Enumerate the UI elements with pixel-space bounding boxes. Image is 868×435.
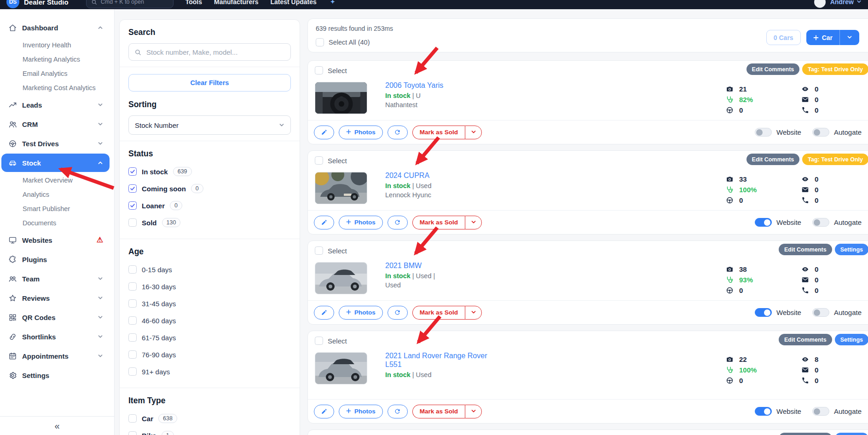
autogate-toggle[interactable]	[812, 407, 829, 416]
sidebar-item-test-drives[interactable]: Test Drives	[1, 134, 110, 153]
sidebar-item-settings[interactable]: Settings	[1, 366, 110, 384]
clear-filters-button[interactable]: Clear Filters	[128, 74, 291, 92]
checkbox[interactable]	[128, 299, 137, 308]
checkbox[interactable]	[128, 333, 137, 342]
refresh-button[interactable]	[388, 405, 408, 418]
listing-title-link[interactable]: 2006 Toyota Yaris	[385, 81, 602, 90]
edit-button[interactable]	[314, 216, 334, 229]
badge-tag-test-drive-only[interactable]: Tag: Test Drive Only	[802, 154, 868, 165]
refresh-button[interactable]	[388, 306, 408, 320]
age-filter-0-15-days[interactable]: 0-15 days	[128, 263, 291, 276]
sidebar-subitem-documents[interactable]: Documents	[0, 216, 114, 230]
checkbox[interactable]	[128, 184, 137, 193]
app-logo-text[interactable]: Dealer Studio	[24, 0, 69, 6]
refresh-button[interactable]	[388, 216, 408, 229]
age-filter-31-45-days[interactable]: 31-45 days	[128, 297, 291, 310]
listing-title-link[interactable]: 2024 CUPRA	[385, 171, 602, 180]
checkbox[interactable]	[128, 414, 137, 423]
edit-button[interactable]	[314, 126, 334, 139]
age-filter-16-30-days[interactable]: 16-30 days	[128, 280, 291, 293]
autogate-toggle[interactable]	[812, 128, 829, 137]
mark-as-sold-button[interactable]: Mark as Sold	[412, 405, 465, 418]
status-filter-sold[interactable]: Sold130	[128, 216, 291, 229]
badge-edit-comments[interactable]: Edit Comments	[779, 433, 832, 435]
badge-settings[interactable]: Settings	[835, 433, 868, 435]
checkbox[interactable]	[128, 431, 137, 435]
badge-settings[interactable]: Settings	[835, 334, 868, 345]
checkbox[interactable]	[128, 167, 137, 176]
select-all-checkbox[interactable]	[316, 38, 324, 46]
listing-title-link[interactable]: 2021 BMW	[385, 261, 602, 270]
add-photos-button[interactable]: Photos	[339, 306, 383, 320]
website-toggle[interactable]	[755, 218, 772, 227]
mark-sold-dropdown-button[interactable]	[465, 216, 482, 229]
website-toggle[interactable]	[755, 308, 772, 317]
listing-select-control[interactable]: Select	[315, 66, 347, 74]
status-filter-in-stock[interactable]: In stock639	[128, 165, 291, 178]
select-all-control[interactable]: Select All (40)	[316, 38, 370, 46]
sidebar-item-appointments[interactable]: Appointments	[1, 347, 110, 365]
sidebar-item-team[interactable]: Team	[1, 269, 110, 288]
status-filter-coming-soon[interactable]: Coming soon0	[128, 182, 291, 195]
car-thumbnail[interactable]	[315, 262, 367, 294]
badge-edit-comments[interactable]: Edit Comments	[779, 244, 832, 255]
listing-select-checkbox[interactable]	[315, 246, 323, 255]
badge-settings[interactable]: Settings	[835, 244, 868, 255]
checkbox[interactable]	[128, 282, 137, 291]
mark-sold-dropdown-button[interactable]	[465, 405, 482, 418]
stock-search-input[interactable]	[145, 48, 285, 57]
checkbox[interactable]	[128, 350, 137, 359]
top-nav-link-latest-updates[interactable]: Latest Updates	[270, 0, 316, 6]
autogate-toggle[interactable]	[812, 218, 829, 227]
badge-edit-comments[interactable]: Edit Comments	[746, 154, 800, 165]
sidebar-subitem-marketing-analytics[interactable]: Marketing Analytics	[0, 52, 114, 66]
mark-sold-dropdown-button[interactable]	[465, 126, 482, 139]
sidebar-subitem-analytics[interactable]: Analytics	[0, 187, 114, 201]
sidebar-subitem-email-analytics[interactable]: Email Analytics	[0, 66, 114, 80]
sidebar-item-stock[interactable]: Stock	[1, 154, 110, 172]
listing-select-checkbox[interactable]	[315, 66, 323, 74]
sidebar-item-crm[interactable]: CRM	[1, 115, 110, 133]
car-thumbnail[interactable]	[315, 172, 367, 204]
listing-title-link[interactable]: 2021 Land Rover Range Rover L551	[385, 351, 602, 369]
add-car-dropdown-button[interactable]	[839, 30, 859, 45]
add-photos-button[interactable]: Photos	[339, 405, 383, 418]
add-photos-button[interactable]: Photos	[339, 216, 383, 229]
autogate-toggle[interactable]	[812, 308, 829, 317]
global-search-input[interactable]: Cmd + K to open	[86, 0, 174, 8]
sorting-select[interactable]: Stock Number	[128, 115, 291, 135]
sidebar-item-websites[interactable]: Websites⚠	[1, 231, 110, 249]
car-thumbnail[interactable]	[315, 352, 367, 384]
user-avatar[interactable]	[814, 0, 826, 8]
sidebar-subitem-inventory-health[interactable]: Inventory Health	[0, 38, 114, 52]
age-filter-46-60-days[interactable]: 46-60 days	[128, 314, 291, 327]
item-type-filter-car[interactable]: Car638	[128, 412, 291, 425]
checkbox[interactable]	[128, 367, 137, 376]
age-filter-61-75-days[interactable]: 61-75 days	[128, 331, 291, 344]
listing-select-checkbox[interactable]	[315, 156, 323, 165]
website-toggle[interactable]	[755, 407, 772, 416]
sidebar-item-reviews[interactable]: Reviews	[1, 289, 110, 307]
listing-select-checkbox[interactable]	[315, 337, 323, 345]
sidebar-subitem-smart-publisher[interactable]: Smart Publisher	[0, 201, 114, 216]
mark-as-sold-button[interactable]: Mark as Sold	[412, 306, 465, 320]
top-nav-link-manufacturers[interactable]: Manufacturers	[214, 0, 258, 6]
listing-select-control[interactable]: Select	[315, 156, 347, 165]
checkbox[interactable]	[128, 265, 137, 274]
item-type-filter-bike[interactable]: Bike1	[128, 429, 291, 435]
listing-select-control[interactable]: Select	[315, 337, 347, 345]
badge-edit-comments[interactable]: Edit Comments	[746, 63, 800, 75]
sidebar-item-shortlinks[interactable]: Shortlinks	[1, 327, 110, 346]
add-photos-button[interactable]: Photos	[339, 126, 383, 139]
checkbox[interactable]	[128, 316, 137, 325]
sidebar-item-leads[interactable]: Leads	[1, 96, 110, 114]
age-filter-91-days[interactable]: 91+ days	[128, 365, 291, 378]
checkbox[interactable]	[128, 201, 137, 210]
sidebar-item-dashboard[interactable]: Dashboard	[1, 18, 110, 37]
sidebar-item-plugins[interactable]: Plugins	[1, 250, 110, 269]
sidebar-subitem-market-overview[interactable]: Market Overview	[0, 173, 114, 187]
user-menu[interactable]: Andrew	[830, 0, 862, 6]
mark-as-sold-button[interactable]: Mark as Sold	[412, 126, 465, 139]
sidebar-collapse-button[interactable]: «	[0, 416, 114, 435]
edit-button[interactable]	[314, 405, 334, 418]
